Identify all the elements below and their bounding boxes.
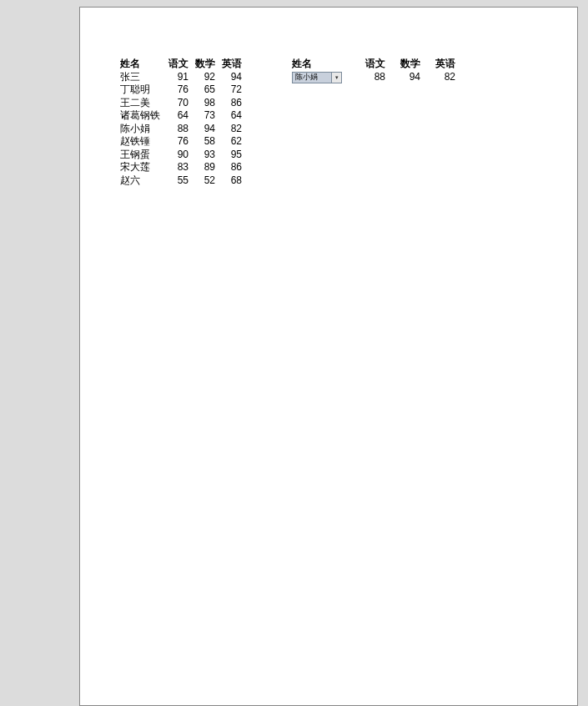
- cell-chinese: 76: [162, 83, 188, 97]
- cell-math: 89: [188, 161, 215, 174]
- cell-english: 68: [215, 174, 242, 188]
- lookup-row: 陈小娟 ▾ 88 94 82: [292, 71, 455, 84]
- cell-chinese: 55: [162, 174, 188, 188]
- content-area: 姓名 语文 数学 英语 张三919294丁聪明766572王二美709886诸葛…: [120, 58, 544, 187]
- dropdown-selected: 陈小娟: [295, 71, 331, 84]
- cell-math: 65: [188, 83, 215, 97]
- header-name: 姓名: [120, 58, 162, 71]
- lookup-header-english: 英语: [420, 58, 455, 71]
- cell-english: 86: [215, 97, 242, 110]
- cell-chinese: 83: [162, 161, 188, 174]
- cell-english: 64: [215, 109, 242, 123]
- cell-chinese: 90: [162, 149, 188, 162]
- cell-chinese: 64: [162, 109, 188, 123]
- lookup-english: 82: [420, 71, 455, 84]
- lookup-table: 姓名 语文 数学 英语 陈小娟 ▾ 88 94 82: [292, 58, 455, 187]
- lookup-header-name: 姓名: [292, 58, 350, 71]
- cell-name: 陈小娟: [120, 123, 162, 136]
- cell-name: 王钢蛋: [120, 149, 162, 162]
- table-row: 宋大莲838986: [120, 161, 242, 174]
- cell-english: 62: [215, 135, 242, 149]
- cell-english: 95: [215, 149, 242, 162]
- header-chinese: 语文: [162, 58, 188, 71]
- cell-math: 58: [188, 135, 215, 149]
- table-row: 张三919294: [120, 71, 242, 84]
- document-page: 姓名 语文 数学 英语 张三919294丁聪明766572王二美709886诸葛…: [79, 7, 578, 706]
- cell-name: 赵六: [120, 174, 162, 188]
- table-row: 赵铁锤765862: [120, 135, 242, 149]
- cell-math: 52: [188, 174, 215, 188]
- cell-math: 92: [188, 71, 215, 84]
- table-header-row: 姓名 语文 数学 英语: [120, 58, 242, 71]
- table-row: 王二美709886: [120, 97, 242, 110]
- cell-english: 72: [215, 83, 242, 97]
- cell-name: 赵铁锤: [120, 135, 162, 149]
- lookup-math: 94: [385, 71, 420, 84]
- cell-english: 82: [215, 123, 242, 136]
- table-row: 王钢蛋909395: [120, 149, 242, 162]
- name-dropdown[interactable]: 陈小娟 ▾: [292, 72, 342, 83]
- cell-chinese: 76: [162, 135, 188, 149]
- table-row: 诸葛钢铁647364: [120, 109, 242, 123]
- lookup-header-math: 数学: [385, 58, 420, 71]
- chevron-down-icon: ▾: [331, 73, 341, 83]
- table-row: 陈小娟889482: [120, 123, 242, 136]
- cell-english: 86: [215, 161, 242, 174]
- lookup-header-chinese: 语文: [350, 58, 385, 71]
- lookup-chinese: 88: [350, 71, 385, 84]
- cell-math: 94: [188, 123, 215, 136]
- lookup-header-row: 姓名 语文 数学 英语: [292, 58, 455, 71]
- cell-math: 98: [188, 97, 215, 110]
- cell-math: 93: [188, 149, 215, 162]
- cell-name: 张三: [120, 71, 162, 84]
- cell-chinese: 91: [162, 71, 188, 84]
- cell-name: 诸葛钢铁: [120, 109, 162, 123]
- cell-math: 73: [188, 109, 215, 123]
- data-table: 姓名 语文 数学 英语 张三919294丁聪明766572王二美709886诸葛…: [120, 58, 242, 187]
- cell-chinese: 88: [162, 123, 188, 136]
- table-row: 赵六555268: [120, 174, 242, 188]
- table-row: 丁聪明766572: [120, 83, 242, 97]
- cell-chinese: 70: [162, 97, 188, 110]
- cell-name: 宋大莲: [120, 161, 162, 174]
- name-dropdown-cell: 陈小娟 ▾: [292, 70, 350, 83]
- header-math: 数学: [188, 58, 215, 71]
- cell-english: 94: [215, 71, 242, 84]
- cell-name: 王二美: [120, 97, 162, 110]
- cell-name: 丁聪明: [120, 83, 162, 97]
- header-english: 英语: [215, 58, 242, 71]
